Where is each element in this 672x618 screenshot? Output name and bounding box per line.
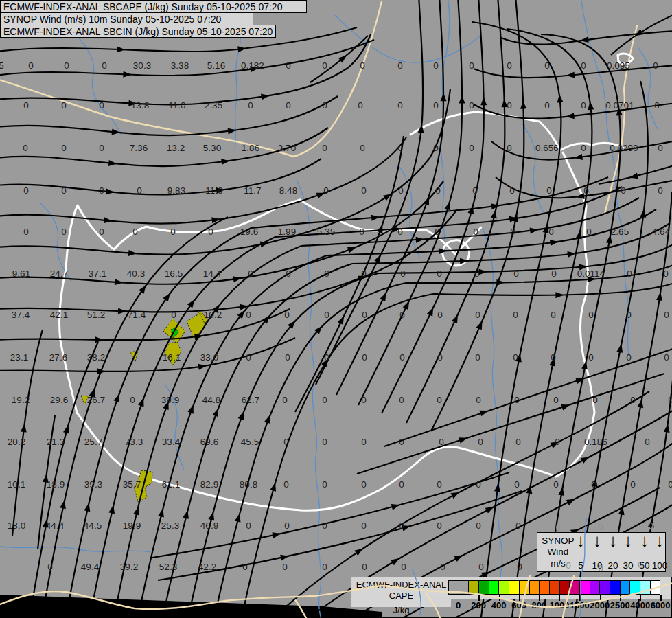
- colorbar-cell: [559, 580, 570, 595]
- wind-streamline: [295, 136, 404, 412]
- streamline-arrowhead-icon: [108, 160, 117, 167]
- streamline-arrowhead-icon: [108, 504, 116, 514]
- colorbar-cell: [549, 580, 559, 595]
- colorbar-cell: [509, 580, 519, 595]
- streamline-arrowhead-icon: [551, 439, 561, 448]
- streamline-arrowhead-icon: [128, 100, 137, 107]
- wind-streamline: [0, 338, 295, 371]
- synop-wind-legend: SYNOP Wind m/s ↓5↓10↓20↓30↓50↓100: [537, 532, 666, 572]
- streamline-arrowhead-icon: [43, 518, 50, 527]
- wind-arrow-icon: ↓: [622, 530, 634, 551]
- wind-streamline: [12, 330, 43, 536]
- wind-streamline: [336, 0, 443, 395]
- wind-streamline: [162, 264, 352, 618]
- wind-speed-label: 100: [649, 560, 670, 571]
- colorbar-cell: [579, 580, 590, 595]
- streamline-arrowhead-icon: [391, 502, 401, 510]
- wind-streamline: [152, 472, 509, 558]
- map-title-block: ECMWF-INDEX-ANAL SBCAPE (J/kg) Sunday 05…: [0, 0, 307, 38]
- streamline-arrowhead-icon: [566, 496, 577, 505]
- streamline-arrowhead-icon: [380, 291, 389, 301]
- streamline-arrowhead-icon: [235, 513, 243, 523]
- streamline-arrowhead-icon: [106, 188, 115, 195]
- streamline-arrowhead-icon: [459, 435, 468, 443]
- wind-streamline: [0, 34, 371, 104]
- cape-legend-subtitle: CAPE: [351, 591, 451, 601]
- colorbar-cell: [629, 580, 640, 595]
- streamline-arrowhead-icon: [117, 46, 125, 52]
- streamline-arrowhead-icon: [555, 292, 564, 298]
- streamline-arrowhead-icon: [347, 244, 357, 253]
- wind-arrow-icon: ↓: [638, 530, 651, 551]
- streamline-arrowhead-icon: [128, 250, 137, 257]
- streamline-arrowhead-icon: [264, 413, 273, 423]
- wind-streamline: [137, 255, 327, 618]
- colorbar-cell: [620, 580, 630, 595]
- wind-streamline: [29, 342, 98, 618]
- colorbar-cell: [498, 580, 509, 595]
- streamline-arrowhead-icon: [95, 336, 104, 343]
- cape-legend-title: ECMWF-INDEX-ANAL: [351, 580, 451, 590]
- streamline-arrowhead-icon: [104, 217, 113, 224]
- streamline-arrowhead-icon: [158, 508, 166, 518]
- streamline-arrowhead-icon: [440, 93, 446, 101]
- wind-arrow-icon: ↓: [575, 530, 587, 551]
- streamline-arrowhead-icon: [371, 214, 380, 221]
- streamline-arrowhead-icon: [183, 510, 191, 519]
- wind-arrow-icon: ↓: [653, 530, 666, 551]
- streamline-arrowhead-icon: [391, 556, 401, 565]
- wind-arrow-icon: ↓: [591, 530, 603, 551]
- colorbar-cell: [640, 580, 650, 595]
- title-synop-wind: SYNOP Wind (m/s) 10m Sunday 05-10-2025 0…: [0, 12, 253, 25]
- synop-legend-subtitle: Wind: [537, 547, 579, 557]
- title-sbcin: ECMWF-INDEX-ANAL SBCIN (J/kg) Sunday 05-…: [0, 25, 276, 38]
- streamline-arrowhead-icon: [60, 500, 67, 510]
- wind-streamline: [213, 283, 406, 618]
- streamline-arrowhead-icon: [338, 314, 347, 325]
- streamline-arrowhead-icon: [270, 482, 278, 492]
- country-border-white: [618, 54, 633, 64]
- streamline-arrowhead-icon: [89, 387, 97, 397]
- wind-streamline: [158, 491, 522, 580]
- colorbar-cell: [468, 580, 478, 595]
- streamline-arrowhead-icon: [561, 402, 570, 410]
- streamline-arrowhead-icon: [459, 95, 465, 103]
- streamline-arrowhead-icon: [427, 306, 436, 317]
- streamline-arrowhead-icon: [316, 190, 326, 199]
- river-line: [77, 36, 121, 135]
- streamline-arrowhead-icon: [213, 407, 222, 417]
- streamline-arrowhead-icon: [187, 404, 196, 413]
- streamline-arrowhead-icon: [208, 511, 216, 520]
- streamline-arrowhead-icon: [501, 99, 507, 107]
- streamline-arrowhead-icon: [556, 94, 563, 103]
- colorbar-cell: [489, 580, 499, 595]
- colorbar-cell: [610, 580, 620, 595]
- colorbar-cell: [519, 580, 529, 595]
- colorbar-cell: [650, 580, 661, 595]
- colorbar-cell: [599, 580, 610, 595]
- streamline-arrowhead-icon: [581, 454, 591, 464]
- wind-streamline: [0, 137, 406, 224]
- streamline-arrowhead-icon: [240, 303, 248, 310]
- streamline-arrowhead-icon: [221, 158, 230, 165]
- streamline-arrowhead-icon: [237, 45, 246, 52]
- wind-streamline: [0, 128, 328, 166]
- colorbar-tick-label: 6000: [640, 600, 672, 610]
- cape-legend-unit: J/kg: [351, 605, 451, 615]
- wind-streamline: [41, 217, 228, 618]
- cape-colorbar-legend: ECMWF-INDEX-ANAL CAPE J/kg 0200400600800…: [351, 577, 672, 618]
- wind-streamline: [0, 209, 457, 312]
- wind-arrow-icon: ↓: [607, 530, 619, 551]
- wind-streamline: [0, 159, 321, 194]
- streamline-arrowhead-icon: [416, 236, 424, 243]
- streamline-arrowhead-icon: [476, 320, 485, 330]
- wind-streamline: [0, 40, 374, 76]
- colorbar-cell: [569, 580, 579, 595]
- streamline-arrowhead-icon: [479, 408, 489, 416]
- streamline-arrowhead-icon: [118, 308, 126, 314]
- wind-streamline: [187, 273, 378, 618]
- streamline-arrowhead-icon: [480, 97, 487, 105]
- streamline-arrowhead-icon: [393, 226, 402, 233]
- cape-colorbar: [448, 580, 660, 595]
- wind-streamline: [89, 237, 275, 618]
